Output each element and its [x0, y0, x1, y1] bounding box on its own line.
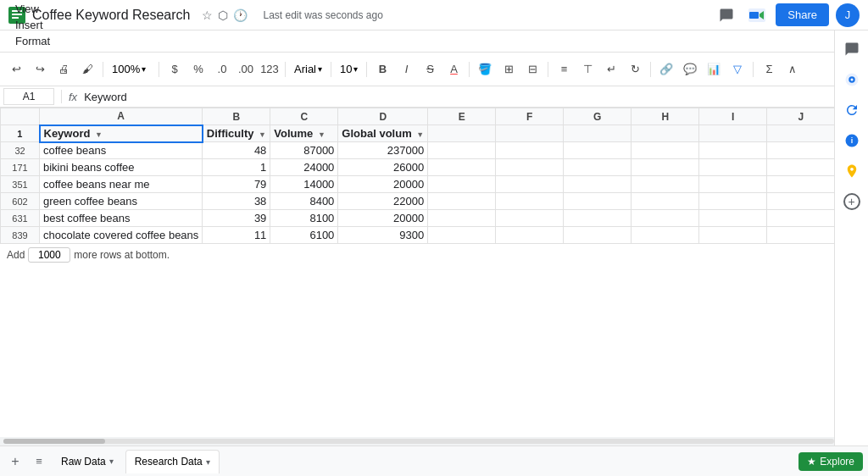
empty-cell-i-631[interactable] — [699, 210, 767, 227]
row-header[interactable]: 351 — [1, 176, 40, 193]
empty-cell-g-171[interactable] — [564, 159, 632, 176]
volume-cell[interactable]: 8100 — [270, 210, 338, 227]
difficulty-cell[interactable]: 39 — [203, 210, 270, 227]
empty-cell-g-631[interactable] — [564, 210, 632, 227]
empty-cell-e-839[interactable] — [428, 227, 496, 244]
empty-cell-j-602[interactable] — [767, 193, 835, 210]
filter-icon-d[interactable]: ▼ — [416, 130, 424, 139]
menu-item-format[interactable]: Format — [8, 33, 76, 49]
row-header[interactable]: 631 — [1, 210, 40, 227]
cell-e1[interactable] — [428, 125, 496, 142]
sidebar-map-icon[interactable] — [840, 159, 864, 183]
tab-research-data[interactable]: Research Data ▾ — [125, 450, 220, 473]
sidebar-tools-icon[interactable] — [840, 68, 864, 91]
global-volume-cell[interactable]: 22000 — [338, 193, 428, 210]
empty-cell-g-351[interactable] — [564, 176, 632, 193]
empty-cell-h-631[interactable] — [632, 210, 699, 227]
empty-cell-g-32[interactable] — [564, 142, 632, 159]
function-button[interactable]: Σ — [758, 58, 780, 80]
global-volume-cell[interactable]: 20000 — [338, 210, 428, 227]
redo-button[interactable]: ↪ — [29, 58, 51, 80]
col-header-a[interactable]: A — [40, 108, 203, 125]
col-header-e[interactable]: E — [428, 108, 496, 125]
col-header-h[interactable]: H — [632, 108, 699, 125]
empty-cell-f-171[interactable] — [496, 159, 564, 176]
volume-cell[interactable]: 87000 — [270, 142, 338, 159]
font-selector[interactable]: Arial ▾ — [290, 60, 326, 78]
difficulty-cell[interactable]: 38 — [203, 193, 270, 210]
cell-d1[interactable]: Global volum ▼ — [338, 125, 428, 142]
keyword-cell[interactable]: best coffee beans — [40, 210, 203, 227]
zoom-selector[interactable]: 100% ▾ — [108, 60, 154, 78]
spreadsheet-area[interactable]: A B C D E F G H I J K L M N O 1 — [0, 108, 868, 437]
add-rows-input[interactable]: 1000 — [28, 247, 70, 263]
undo-button[interactable]: ↩ — [5, 58, 27, 80]
filter-button[interactable]: ▽ — [726, 58, 748, 80]
horizontal-scrollbar[interactable] — [0, 437, 868, 446]
empty-cell-j-32[interactable] — [767, 142, 835, 159]
empty-cell-e-351[interactable] — [428, 176, 496, 193]
paint-format-button[interactable]: 🖌 — [76, 58, 98, 80]
share-button[interactable]: Share — [776, 3, 829, 26]
user-avatar[interactable]: J — [836, 3, 860, 27]
cell-c1[interactable]: Volume ▼ — [270, 125, 338, 142]
filter-icon-c[interactable]: ▼ — [318, 130, 326, 139]
valign-button[interactable]: ⊤ — [576, 58, 598, 80]
wrap-button[interactable]: ↵ — [600, 58, 622, 80]
volume-cell[interactable]: 24000 — [270, 159, 338, 176]
sheet-list-button[interactable]: ≡ — [29, 451, 49, 472]
rotate-button[interactable]: ↻ — [624, 58, 646, 80]
print-button[interactable]: 🖨 — [53, 58, 75, 80]
empty-cell-f-351[interactable] — [496, 176, 564, 193]
empty-cell-h-351[interactable] — [632, 176, 699, 193]
cell-h1[interactable] — [632, 125, 699, 142]
row-header[interactable]: 171 — [1, 159, 40, 176]
empty-cell-i-32[interactable] — [699, 142, 767, 159]
row-header[interactable]: 1 — [1, 125, 40, 142]
row-header[interactable]: 839 — [1, 227, 40, 244]
volume-cell[interactable]: 14000 — [270, 176, 338, 193]
col-header-g[interactable]: G — [564, 108, 632, 125]
empty-cell-h-171[interactable] — [632, 159, 699, 176]
align-button[interactable]: ≡ — [553, 58, 575, 80]
empty-cell-i-602[interactable] — [699, 193, 767, 210]
empty-cell-f-32[interactable] — [496, 142, 564, 159]
font-size-selector[interactable]: 10 ▾ — [336, 60, 362, 78]
empty-cell-g-602[interactable] — [564, 193, 632, 210]
link-button[interactable]: 🔗 — [655, 58, 677, 80]
comment-button[interactable]: 💬 — [679, 58, 701, 80]
volume-cell[interactable]: 8400 — [270, 193, 338, 210]
global-volume-cell[interactable]: 237000 — [338, 142, 428, 159]
empty-cell-h-839[interactable] — [632, 227, 699, 244]
keyword-cell[interactable]: coffee beans — [40, 142, 203, 159]
filter-icon-b[interactable]: ▼ — [259, 130, 266, 139]
keyword-cell[interactable]: chocolate covered coffee beans — [40, 227, 203, 244]
font-color-button[interactable]: A — [442, 58, 465, 80]
empty-cell-e-171[interactable] — [428, 159, 496, 176]
empty-cell-i-839[interactable] — [699, 227, 767, 244]
currency-button[interactable]: $ — [164, 58, 186, 80]
sidebar-blue-circle-icon[interactable]: i — [840, 129, 864, 152]
empty-cell-j-171[interactable] — [767, 159, 835, 176]
sidebar-add-button[interactable]: + — [843, 193, 860, 210]
keyword-cell[interactable]: green coffee beans — [40, 193, 203, 210]
difficulty-cell[interactable]: 79 — [203, 176, 270, 193]
more-formats-button[interactable]: 123 — [259, 58, 281, 80]
col-header-d[interactable]: D — [338, 108, 428, 125]
merge-cells-button[interactable]: ⊟ — [521, 58, 543, 80]
bold-button[interactable]: B — [371, 58, 393, 80]
difficulty-cell[interactable]: 11 — [203, 227, 270, 244]
keyword-cell[interactable]: bikini beans coffee — [40, 159, 203, 176]
cell-reference-input[interactable]: A1 — [3, 88, 54, 105]
empty-cell-e-602[interactable] — [428, 193, 496, 210]
add-sheet-button[interactable]: + — [5, 451, 25, 472]
menu-item-insert[interactable]: Insert — [8, 17, 76, 33]
chevron-up-button[interactable]: ∧ — [782, 58, 804, 80]
decrease-decimal-button[interactable]: .0 — [211, 58, 233, 80]
sidebar-chat-icon[interactable] — [840, 37, 864, 61]
global-volume-cell[interactable]: 20000 — [338, 176, 428, 193]
difficulty-cell[interactable]: 1 — [203, 159, 270, 176]
sidebar-refresh-icon[interactable] — [840, 98, 864, 122]
empty-cell-f-839[interactable] — [496, 227, 564, 244]
drive-icon[interactable]: ⬡ — [218, 8, 228, 22]
